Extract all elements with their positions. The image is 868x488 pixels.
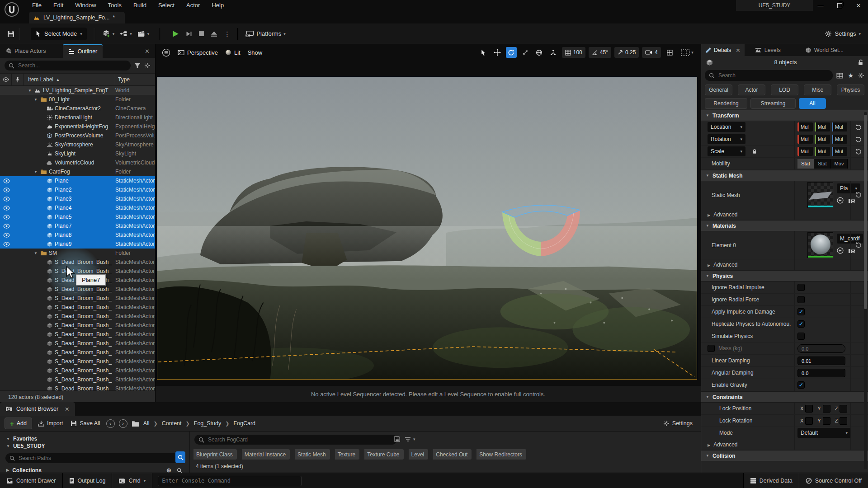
constraint-mode-dropdown[interactable]: Default▾ xyxy=(797,428,851,438)
outliner-row[interactable]: S_Dead_Broom_Bush_StaticMeshActor xyxy=(0,357,155,366)
static-mesh-thumbnail[interactable] xyxy=(807,182,833,208)
row-eye-icon[interactable] xyxy=(0,233,13,238)
row-eye-icon[interactable] xyxy=(0,178,13,183)
rotation-g-value[interactable]: Mul xyxy=(815,135,830,144)
axis-z-checkbox[interactable] xyxy=(840,405,847,413)
sidebar-favorites[interactable]: ▼Favorites xyxy=(0,435,189,442)
select-mode-dropdown[interactable]: Select Mode ▾ xyxy=(31,28,87,40)
sidebar-project[interactable]: ▼UE5_STUDY xyxy=(0,442,189,450)
scale-tool-icon[interactable] xyxy=(520,47,531,58)
axis-x-checkbox[interactable] xyxy=(805,417,813,425)
save-all-button[interactable]: Save All xyxy=(69,420,102,427)
physics-checkbox[interactable]: ✓ xyxy=(797,308,805,315)
content-browser-settings[interactable]: Settings xyxy=(663,420,696,427)
mobility-option-0[interactable]: Stat xyxy=(797,159,814,169)
location-g-value[interactable]: Mul xyxy=(815,122,830,131)
asset-search-input[interactable] xyxy=(207,436,393,443)
physics-checkbox[interactable] xyxy=(797,284,805,291)
menu-file[interactable]: File xyxy=(27,0,47,11)
minimize-button[interactable]: — xyxy=(811,0,830,11)
outliner-row[interactable]: PostProcessVolumePostProcessVolume xyxy=(0,131,155,140)
content-browser-close-icon[interactable]: ✕ xyxy=(65,406,69,413)
play-icon[interactable] xyxy=(172,30,179,38)
details-settings-gear-icon[interactable] xyxy=(858,72,864,79)
axis-y-checkbox[interactable] xyxy=(823,405,830,413)
mobility-option-1[interactable]: Stat xyxy=(814,159,831,169)
reset-scale-icon[interactable] xyxy=(855,148,862,155)
details-search-input[interactable] xyxy=(717,72,829,79)
select-tool-icon[interactable] xyxy=(478,47,489,58)
content-drawer-button[interactable]: Content Drawer xyxy=(0,473,63,488)
console-command-input[interactable] xyxy=(158,476,302,486)
details-search[interactable] xyxy=(705,70,833,81)
platforms-dropdown[interactable]: Platforms ▾ xyxy=(243,27,288,41)
breadcrumb-all[interactable]: All xyxy=(143,420,150,427)
unlock-icon[interactable] xyxy=(858,59,863,66)
eject-icon[interactable] xyxy=(211,31,217,37)
outliner-row[interactable]: ▼LV_Lighting_Sample_FogTWorld xyxy=(0,86,155,95)
details-filter-rendering[interactable]: Rendering xyxy=(705,98,747,109)
content-browser-tab[interactable]: Content Browser ✕ xyxy=(0,402,75,416)
search-collections-icon[interactable] xyxy=(177,468,182,473)
physics-value-field[interactable]: 0.0 xyxy=(797,344,845,353)
row-caret[interactable]: ▼ xyxy=(28,89,33,93)
row-eye-icon[interactable] xyxy=(0,188,13,192)
outliner-row[interactable]: ExponentialHeightFogExponentialHeightFog xyxy=(0,122,155,131)
outliner-row[interactable]: DirectionalLightDirectionalLight xyxy=(0,113,155,122)
outliner-row[interactable]: Plane4StaticMeshActor xyxy=(0,203,155,212)
search-paths-input[interactable] xyxy=(18,455,176,462)
asset-filter-texture[interactable]: Texture xyxy=(333,449,359,460)
blueprints-button[interactable]: ▾ xyxy=(117,27,135,41)
outliner-settings-icon[interactable] xyxy=(144,62,151,69)
outliner-row[interactable]: S_Dead_Broom_Bush_StaticMeshActor xyxy=(0,384,155,390)
row-eye-icon[interactable] xyxy=(0,215,13,220)
materials-section-header[interactable]: ▼Materials xyxy=(701,220,868,231)
details-filter-all[interactable]: All xyxy=(799,98,826,109)
import-button[interactable]: Import xyxy=(36,420,65,427)
editor-settings-dropdown[interactable]: Settings ▾ xyxy=(825,30,861,38)
reset-rotation-icon[interactable] xyxy=(855,136,862,142)
skip-icon[interactable] xyxy=(185,31,192,37)
constraints-section-header[interactable]: ▼Constraints xyxy=(701,391,868,403)
details-filter-physics[interactable]: Physics xyxy=(837,84,864,95)
location-b-value[interactable]: Mul xyxy=(832,122,847,131)
cmd-dropdown[interactable]: Cmd▾ xyxy=(112,473,152,488)
asset-filter-material-instance[interactable]: Material Instance xyxy=(240,449,290,460)
details-scrollbar[interactable] xyxy=(864,112,867,469)
constraints-advanced-row[interactable]: ▶Advanced xyxy=(701,439,868,450)
outliner-row[interactable]: S_Dead_Broom_Bush_StaticMeshActor xyxy=(0,312,155,321)
mass-override-checkbox[interactable] xyxy=(708,345,715,352)
asset-filter-texture-cube[interactable]: Texture Cube xyxy=(363,449,403,460)
camera-speed-control[interactable]: 4 xyxy=(642,47,661,58)
outliner-row[interactable]: S_Dead_Broom_Bush_StaticMeshActor xyxy=(0,276,155,285)
lock-icon[interactable] xyxy=(752,149,757,155)
scale-b-value[interactable]: Mul xyxy=(832,147,847,156)
outliner-row[interactable]: ▼00_LightFolder xyxy=(0,95,155,104)
toggle-sources-search-button[interactable] xyxy=(175,451,185,463)
scale-dropdown[interactable]: Scale▾ xyxy=(708,146,745,156)
browse-to-asset-icon[interactable] xyxy=(848,197,855,204)
pin-column-icon[interactable] xyxy=(12,74,24,85)
menu-actor[interactable]: Actor xyxy=(181,0,205,11)
outliner-close-icon[interactable]: ✕ xyxy=(139,44,155,58)
axis-x-checkbox[interactable] xyxy=(805,405,813,413)
location-r-value[interactable]: Mul xyxy=(797,122,813,131)
view-mode-lit-dropdown[interactable]: Lit xyxy=(225,49,241,56)
asset-filter-blueprint-class[interactable]: Blueprint Class xyxy=(192,449,237,460)
menu-help[interactable]: Help xyxy=(207,0,229,11)
outliner-row[interactable]: S_Dead_Broom_Bush_StaticMeshActor xyxy=(0,339,155,348)
outliner-row[interactable]: S_Dead_Broom_Bush_StaticMeshActor xyxy=(0,285,155,294)
filters-icon[interactable]: ▾ xyxy=(405,436,415,442)
output-log-button[interactable]: Output Log xyxy=(63,473,113,488)
tab-place-actors[interactable]: Place Actors xyxy=(0,44,51,58)
menu-window[interactable]: Window xyxy=(70,0,101,11)
viewport[interactable]: Perspective Lit Show xyxy=(156,44,701,402)
materials-advanced-row[interactable]: ▶Advanced xyxy=(701,259,868,270)
details-close-icon[interactable]: ✕ xyxy=(736,47,740,54)
source-control-button[interactable]: Source Control Off xyxy=(799,473,868,488)
tab-details[interactable]: Details✕ xyxy=(701,44,745,56)
row-eye-icon[interactable] xyxy=(0,206,13,211)
outliner-row[interactable]: S_Dead_Broom_Bush_StaticMeshActor xyxy=(0,330,155,339)
outliner-row[interactable]: Plane7StaticMeshActor xyxy=(0,221,155,230)
rotate-tool-icon[interactable] xyxy=(506,47,517,58)
